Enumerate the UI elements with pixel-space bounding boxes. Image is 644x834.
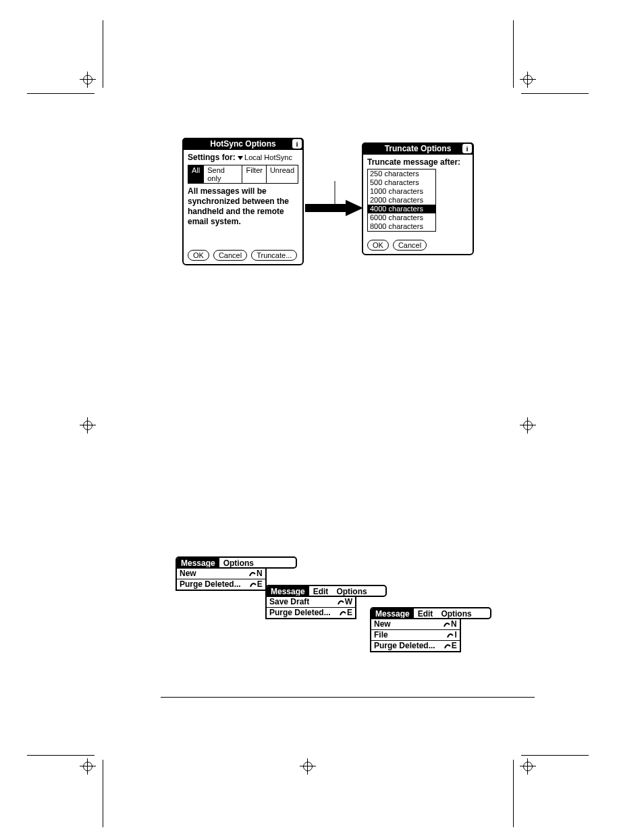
tab-send-only[interactable]: Send only [204, 165, 242, 183]
menu-shortcut: W [337, 597, 352, 607]
menu-item-save-draft[interactable]: Save Draft W [267, 597, 355, 608]
stroke-icon [249, 581, 257, 588]
dialog-title: Truncate Options [385, 144, 452, 153]
arrow-icon [304, 181, 365, 221]
menu-item-label: Purge Deleted... [374, 641, 435, 651]
dialog-titlebar: Truncate Options i [362, 142, 474, 155]
menu-shortcut: N [443, 619, 457, 629]
menu-item-label: Save Draft [269, 597, 309, 607]
tab-filter[interactable]: Filter [242, 165, 266, 183]
menu-shortcut: E [444, 641, 457, 651]
truncate-options-dialog: Truncate Options i Truncate message afte… [362, 142, 474, 255]
menu-shortcut: N [248, 569, 263, 579]
menu-item-new[interactable]: New N [177, 569, 265, 579]
svg-rect-2 [305, 204, 348, 212]
menubar-item-options[interactable]: Options [332, 586, 371, 596]
menu-item-label: Purge Deleted... [269, 608, 331, 618]
truncate-button[interactable]: Truncate... [251, 250, 297, 261]
menu-item-purge-deleted[interactable]: Purge Deleted... E [371, 641, 460, 651]
menubar-item-edit[interactable]: Edit [309, 586, 333, 596]
list-item[interactable]: 6000 characters [368, 213, 435, 222]
hotsync-options-dialog: HotSync Options i Settings for: Local Ho… [182, 138, 304, 265]
menubar-item-message[interactable]: Message [267, 586, 309, 596]
footer-rule [161, 697, 535, 698]
list-item[interactable]: 4000 characters [368, 205, 435, 213]
menu-shortcut: I [446, 630, 456, 640]
tab-unread[interactable]: Unread [267, 165, 298, 183]
filter-tabs: All Send only Filter Unread [188, 165, 298, 184]
menubar: Message Edit Options [370, 607, 491, 619]
list-item[interactable]: 1000 characters [368, 187, 435, 196]
menu-item-new[interactable]: New N [371, 619, 460, 630]
truncate-label: Truncate message after: [367, 157, 468, 167]
dialog-title: HotSync Options [210, 139, 275, 149]
dialog-titlebar: HotSync Options i [182, 138, 304, 150]
menubar-item-message[interactable]: Message [371, 608, 414, 618]
chevron-down-icon [238, 156, 243, 160]
menu-shortcut: E [249, 579, 263, 590]
menubar-item-options[interactable]: Options [219, 558, 258, 567]
menu-item-purge-deleted[interactable]: Purge Deleted... E [177, 579, 265, 590]
settings-dropdown-value: Local HotSync [244, 153, 292, 161]
info-icon[interactable]: i [292, 139, 302, 149]
list-item[interactable]: 8000 characters [368, 222, 435, 231]
svg-marker-3 [346, 200, 363, 216]
stroke-icon [444, 643, 452, 650]
ok-button[interactable]: OK [367, 240, 389, 251]
menu-item-purge-deleted[interactable]: Purge Deleted... E [267, 608, 355, 618]
menu-dropdown: Save Draft W Purge Deleted... E [265, 597, 356, 619]
menu-item-label: New [180, 569, 196, 579]
list-item[interactable]: 500 characters [368, 178, 435, 187]
stroke-icon [446, 632, 454, 639]
ok-button[interactable]: OK [188, 250, 209, 261]
description-text: All messages will be synchronized betwee… [188, 186, 298, 227]
menu-item-label: File [374, 630, 388, 640]
settings-dropdown[interactable]: Local HotSync [238, 153, 292, 162]
menubar: Message Options [176, 556, 297, 569]
menubar-item-options[interactable]: Options [437, 608, 475, 618]
menubar: Message Edit Options [265, 585, 387, 597]
stroke-icon [443, 621, 451, 628]
menu-dropdown: New N Purge Deleted... E [176, 569, 267, 591]
menubar-item-edit[interactable]: Edit [414, 608, 437, 618]
menu-item-file[interactable]: File I [371, 630, 460, 641]
tab-all[interactable]: All [188, 165, 204, 183]
list-item[interactable]: 250 characters [368, 170, 435, 178]
cancel-button[interactable]: Cancel [213, 250, 247, 261]
menu-shortcut: E [339, 608, 352, 618]
truncate-listbox[interactable]: 250 characters 500 characters 1000 chara… [367, 169, 436, 232]
menu-dropdown: New N File I Purge Deleted... E [370, 619, 461, 652]
settings-for-label: Settings for: [188, 153, 236, 162]
message-menu-2: Message Edit Options Save Draft W Purge … [265, 585, 387, 619]
stroke-icon [339, 610, 347, 617]
stroke-icon [248, 571, 257, 577]
list-item[interactable]: 2000 characters [368, 196, 435, 205]
cancel-button[interactable]: Cancel [393, 240, 427, 251]
stroke-icon [337, 599, 345, 606]
menubar-item-message[interactable]: Message [177, 558, 219, 567]
menu-item-label: New [374, 619, 391, 629]
message-menu-3: Message Edit Options New N File I Purge … [370, 607, 491, 652]
menu-item-label: Purge Deleted... [180, 579, 241, 590]
info-icon[interactable]: i [462, 144, 472, 153]
